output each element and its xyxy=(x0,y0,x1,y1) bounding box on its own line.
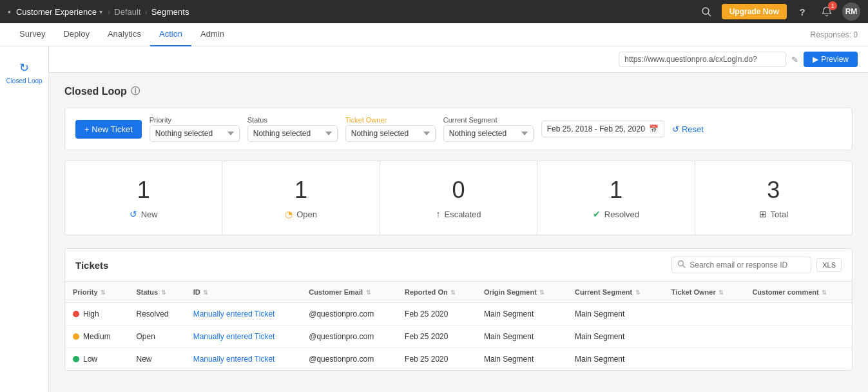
cell-origin-1: Main Segment xyxy=(476,326,567,348)
nav-analytics[interactable]: Analytics xyxy=(99,23,150,46)
priority-dot xyxy=(73,356,79,362)
cell-priority-0: High xyxy=(65,303,129,326)
stat-escalated: 0 ↑ Escalated xyxy=(380,161,537,235)
search-button[interactable] xyxy=(697,3,715,21)
open-ticket-icon: ◔ xyxy=(285,209,293,219)
app-name: Customer Experience xyxy=(16,7,97,17)
cell-id-2[interactable]: Manually entered Ticket xyxy=(186,348,302,371)
help-button[interactable]: ? xyxy=(793,3,811,21)
cell-current-seg-0: Main Segment xyxy=(567,303,664,326)
cell-comment-0 xyxy=(744,303,852,326)
cell-owner-0 xyxy=(664,303,745,326)
priority-value: Medium xyxy=(83,332,111,341)
edit-icon[interactable]: ✎ xyxy=(791,55,798,64)
col-reported: Reported On ⇅ xyxy=(397,282,476,303)
help-circle-icon[interactable]: ⓘ xyxy=(131,86,140,97)
nav-admin[interactable]: Admin xyxy=(191,23,233,46)
col-origin: Origin Segment ⇅ xyxy=(476,282,567,303)
nav-survey[interactable]: Survey xyxy=(10,23,54,46)
xls-export-button[interactable]: XLS xyxy=(816,258,842,272)
top-bar: ▪ Customer Experience ▾ › Default › Segm… xyxy=(0,0,868,23)
cell-id-0[interactable]: Manually entered Ticket xyxy=(186,303,302,326)
sidebar-item-closed-loop[interactable]: ↻ Closed Loop xyxy=(0,54,48,92)
filters-row: + New Ticket Priority Nothing selected S… xyxy=(64,108,853,150)
stat-resolved: 1 ✔ Resolved xyxy=(537,161,695,235)
app-switcher[interactable]: Customer Experience ▾ xyxy=(16,7,102,17)
notifications-wrapper: 1 xyxy=(818,3,836,21)
priority-dot xyxy=(73,333,79,340)
logo-icon: ▪ xyxy=(8,6,11,17)
top-bar-right: Upgrade Now ? 1 RM xyxy=(697,3,860,21)
chevron-down-icon: ▾ xyxy=(99,8,102,15)
escalated-ticket-icon: ↑ xyxy=(436,209,440,219)
table-row: Low New Manually entered Ticket @questio… xyxy=(65,348,852,371)
avatar[interactable]: RM xyxy=(842,3,860,21)
cell-comment-1 xyxy=(744,326,852,348)
section-title: Closed Loop ⓘ xyxy=(64,86,853,97)
closed-loop-icon: ↻ xyxy=(19,61,29,75)
cell-current-seg-2: Main Segment xyxy=(567,348,664,371)
sidebar-item-label: Closed Loop xyxy=(6,77,42,85)
date-range-picker[interactable]: Feb 25, 2018 - Feb 25, 2020 📅 xyxy=(541,121,664,137)
preview-button[interactable]: ▶ Preview xyxy=(804,52,858,67)
current-segment-filter-group: Current Segment Nothing selected xyxy=(443,116,534,142)
upgrade-button[interactable]: Upgrade Now xyxy=(722,4,787,19)
priority-value: Low xyxy=(83,355,97,364)
new-ticket-button[interactable]: + New Ticket xyxy=(75,120,142,139)
stats-row: 1 ↺ New 1 ◔ Open 0 ↑ xyxy=(64,161,853,235)
svg-line-1 xyxy=(708,14,711,16)
col-email: Customer Email ⇅ xyxy=(301,282,397,303)
table-row: Medium Open Manually entered Ticket @que… xyxy=(65,326,852,348)
priority-select[interactable]: Nothing selected xyxy=(149,125,240,142)
search-input[interactable] xyxy=(690,260,805,270)
table-header: Priority ⇅ Status ⇅ ID ⇅ Customer Email … xyxy=(65,282,852,303)
priority-filter-group: Priority Nothing selected xyxy=(149,116,240,142)
priority-dot xyxy=(73,311,79,317)
total-ticket-icon: ⊞ xyxy=(759,209,767,219)
cell-comment-2 xyxy=(744,348,852,371)
sort-arrows: ⇅ xyxy=(820,289,827,296)
breadcrumb-default[interactable]: Default xyxy=(114,7,140,17)
stat-new-label: ↺ New xyxy=(130,209,158,219)
col-priority: Priority ⇅ xyxy=(65,282,129,303)
stat-resolved-label: ✔ Resolved xyxy=(593,209,639,219)
stat-new: 1 ↺ New xyxy=(65,161,222,235)
tickets-header: Tickets XLS xyxy=(65,249,852,282)
current-segment-select[interactable]: Nothing selected xyxy=(443,125,534,142)
tickets-table: Priority ⇅ Status ⇅ ID ⇅ Customer Email … xyxy=(65,282,852,370)
top-bar-left: ▪ Customer Experience ▾ › Default › Segm… xyxy=(8,6,189,17)
stat-escalated-number: 0 xyxy=(452,177,465,204)
cell-owner-2 xyxy=(664,348,745,371)
ticket-owner-select[interactable]: Nothing selected xyxy=(345,125,436,142)
search-box xyxy=(671,257,811,273)
breadcrumb-current: Segments xyxy=(151,7,189,17)
cell-current-seg-1: Main Segment xyxy=(567,326,664,348)
cell-email-0: @questionpro.com xyxy=(301,303,397,326)
reset-button[interactable]: ↺ Reset xyxy=(672,124,704,134)
url-input[interactable] xyxy=(619,52,786,67)
sort-arrows: ⇅ xyxy=(538,289,545,296)
table-row: High Resolved Manually entered Ticket @q… xyxy=(65,303,852,326)
svg-line-3 xyxy=(683,266,685,268)
svg-point-2 xyxy=(679,261,684,266)
sort-arrows: ⇅ xyxy=(99,289,106,296)
notification-badge: 1 xyxy=(828,1,837,10)
ticket-owner-label: Ticket Owner xyxy=(345,116,436,124)
search-icon xyxy=(677,260,686,270)
secondary-nav: Survey Deploy Analytics Action Admin Res… xyxy=(0,23,868,46)
main-layout: ↻ Closed Loop ✎ ▶ Preview Closed Loop ⓘ … xyxy=(0,46,868,392)
status-select[interactable]: Nothing selected xyxy=(247,125,338,142)
cell-priority-2: Low xyxy=(65,348,129,371)
content-area: Closed Loop ⓘ + New Ticket Priority Noth… xyxy=(49,73,868,384)
cell-reported-0: Feb 25 2020 xyxy=(397,303,476,326)
cell-origin-2: Main Segment xyxy=(476,348,567,371)
cell-owner-1 xyxy=(664,326,745,348)
stat-total-number: 3 xyxy=(767,177,780,204)
col-id: ID ⇅ xyxy=(186,282,302,303)
stat-resolved-number: 1 xyxy=(610,177,622,204)
cell-reported-2: Feb 25 2020 xyxy=(397,348,476,371)
cell-id-1[interactable]: Manually entered Ticket xyxy=(186,326,302,348)
sort-arrows: ⇅ xyxy=(717,289,724,296)
nav-deploy[interactable]: Deploy xyxy=(54,23,98,46)
nav-action[interactable]: Action xyxy=(150,23,191,46)
